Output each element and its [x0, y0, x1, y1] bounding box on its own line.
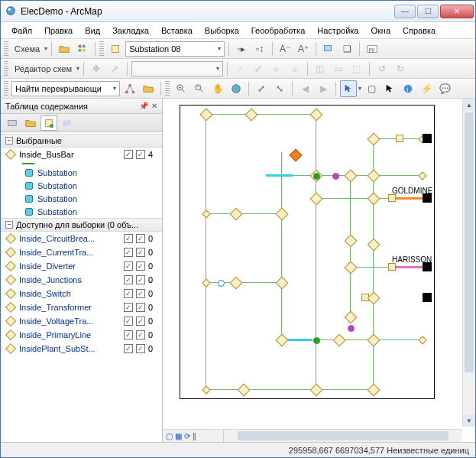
toolbar-handle-4[interactable]: [4, 81, 8, 96]
menu-windows[interactable]: Окна: [364, 24, 397, 37]
scroll-down-icon[interactable]: ▼: [463, 414, 475, 427]
edit-vertex-button[interactable]: ↗: [106, 60, 123, 77]
horizontal-scrollbar[interactable]: ▢ ▦ ⟳ ‖: [163, 429, 462, 442]
font-increase-button[interactable]: A⁺: [295, 41, 312, 57]
zoom-in-button[interactable]: +: [173, 80, 189, 97]
scroll-thumb[interactable]: [465, 112, 474, 372]
sub-item[interactable]: Substation: [25, 179, 162, 192]
sub-item[interactable]: Substation: [25, 192, 162, 205]
menu-edit[interactable]: Правка: [38, 24, 79, 37]
refresh-icon[interactable]: ⟳: [184, 432, 190, 440]
clear-select-button[interactable]: ▢: [363, 80, 380, 97]
grid-tool-button[interactable]: [74, 41, 91, 57]
menu-view[interactable]: Вид: [79, 24, 106, 37]
toolbar-handle-5[interactable]: [165, 81, 170, 96]
t3-button[interactable]: ⟐: [268, 60, 285, 77]
link-button[interactable]: ❏: [338, 41, 355, 57]
layer-busbar[interactable]: Inside_BusBar ✓ ✓ 4: [1, 148, 162, 161]
move-node-button[interactable]: ✥: [88, 60, 105, 77]
t7-button[interactable]: ⬚: [348, 60, 365, 77]
table-row[interactable]: Inside_Transformer✓✓0: [1, 300, 162, 314]
table-row[interactable]: Inside_CircuitBrea...✓✓0: [1, 232, 162, 245]
html-popup-button[interactable]: 💬: [436, 80, 453, 97]
pin-icon[interactable]: 📌: [139, 102, 148, 110]
forward-button[interactable]: ▶: [315, 80, 332, 97]
toc-tab-visibility[interactable]: [59, 115, 76, 131]
table-row[interactable]: InsidePlant_SubSt...✓✓0: [1, 342, 162, 356]
open-folder-button[interactable]: [56, 41, 73, 57]
full-extent-button[interactable]: [228, 80, 244, 97]
python-button[interactable]: py: [364, 41, 380, 57]
identify-button[interactable]: i: [400, 80, 416, 97]
toc-tab-drawing[interactable]: [22, 115, 39, 131]
fixed-zoomout-button[interactable]: ⤡: [271, 80, 288, 97]
t2-button[interactable]: ⤢: [250, 60, 267, 77]
table-row[interactable]: Inside_PrimaryLine✓✓0: [1, 328, 162, 342]
t1-button[interactable]: ⟋: [232, 60, 248, 77]
menu-geoprocessing[interactable]: Геообработка: [245, 24, 312, 37]
toc-body[interactable]: − Выбранные Inside_BusBar ✓ ✓ 4 Substati…: [1, 132, 162, 442]
arrow-tool-button[interactable]: [381, 80, 398, 97]
sub-item[interactable]: Substation: [25, 205, 162, 218]
fixed-zoomin-button[interactable]: ⤢: [253, 80, 270, 97]
checkbox[interactable]: ✓: [124, 150, 133, 159]
sub-item[interactable]: Substation: [25, 166, 162, 179]
select-rect-button[interactable]: ▫▸: [233, 41, 250, 57]
select-toggle-button[interactable]: ▫↕: [251, 41, 268, 57]
toc-tab-selection[interactable]: [40, 115, 57, 131]
layout-view-icon[interactable]: ▦: [175, 432, 182, 440]
table-row[interactable]: Inside_CurrentTra...✓✓0: [1, 245, 162, 259]
t8-button[interactable]: ↺: [374, 60, 390, 77]
collapse-icon[interactable]: −: [5, 221, 13, 229]
zoom-out-button[interactable]: −: [191, 80, 208, 97]
t6-button[interactable]: ▭: [330, 60, 347, 77]
editor-combo[interactable]: ▾: [131, 61, 223, 76]
scroll-thumb-h[interactable]: [238, 431, 448, 440]
vertical-scrollbar[interactable]: ▲ ▼: [462, 99, 475, 427]
net-tool-button[interactable]: [121, 80, 138, 97]
menu-customize[interactable]: Настройка: [311, 24, 364, 37]
t5-button[interactable]: ◫: [312, 60, 329, 77]
back-button[interactable]: ◀: [296, 80, 313, 97]
menu-help[interactable]: Справка: [397, 24, 442, 37]
t4-button[interactable]: ⟐: [287, 60, 303, 77]
toolbar-handle[interactable]: [4, 41, 8, 57]
prop-button[interactable]: [320, 41, 337, 57]
minimize-button[interactable]: —: [394, 5, 416, 18]
toc-tab-source[interactable]: [4, 115, 21, 131]
svg-rect-26: [67, 119, 70, 125]
substation-combo[interactable]: Substation 08 ▾: [125, 41, 225, 57]
selected-group[interactable]: − Выбранные: [1, 134, 162, 148]
font-decrease-button[interactable]: A⁻: [277, 41, 293, 57]
collapse-icon[interactable]: −: [5, 137, 13, 145]
hyperlink-button[interactable]: ⚡: [418, 80, 435, 97]
toc-header[interactable]: Таблица содержания 📌 ✕: [1, 99, 162, 114]
menu-bookmark[interactable]: Закладка: [106, 24, 155, 37]
toolbar-handle-2[interactable]: [99, 41, 104, 57]
icon-tool[interactable]: [107, 41, 124, 57]
t9-button[interactable]: ↻: [392, 60, 409, 77]
find-overlapping-combo[interactable]: Найти перекрывающи ▾: [11, 81, 120, 96]
folder-open-button[interactable]: [140, 80, 157, 97]
scroll-up-icon[interactable]: ▲: [463, 99, 475, 111]
pan-button[interactable]: ✋: [209, 80, 226, 97]
table-row[interactable]: Inside_Switch✓✓0: [1, 287, 162, 300]
table-row[interactable]: Inside_Junctions✓✓0: [1, 273, 162, 287]
menu-file[interactable]: Файл: [5, 24, 38, 37]
table-row[interactable]: Inside_VoltageTra...✓✓0: [1, 314, 162, 328]
maximize-button[interactable]: ☐: [417, 5, 439, 18]
map-canvas[interactable]: GOLDMINE HARISSON ▲ ▼ ▢ ▦ ⟳ ‖: [163, 99, 475, 442]
titlebar[interactable]: ElecDemo - ArcMap — ☐ ✕: [1, 1, 475, 22]
toolbar-handle-3[interactable]: [4, 61, 8, 76]
select-cursor-button[interactable]: [340, 80, 357, 97]
menu-insert[interactable]: Вставка: [155, 24, 199, 37]
menu-selection[interactable]: Выборка: [199, 24, 245, 37]
available-group[interactable]: − Доступно для выборки (0 объ...: [1, 218, 162, 232]
close-button[interactable]: ✕: [440, 5, 474, 18]
data-view-icon[interactable]: ▢: [166, 432, 173, 440]
pause-icon[interactable]: ‖: [193, 432, 196, 440]
checkbox[interactable]: ✓: [136, 150, 145, 159]
toolbar-editor: Редактор схем ▾ ✥ ↗ ▾ ⟋ ⤢ ⟐ ⟐ ◫ ▭ ⬚ ↺ ↻: [1, 59, 475, 79]
close-panel-icon[interactable]: ✕: [151, 102, 157, 110]
table-row[interactable]: Inside_Diverter✓✓0: [1, 259, 162, 273]
